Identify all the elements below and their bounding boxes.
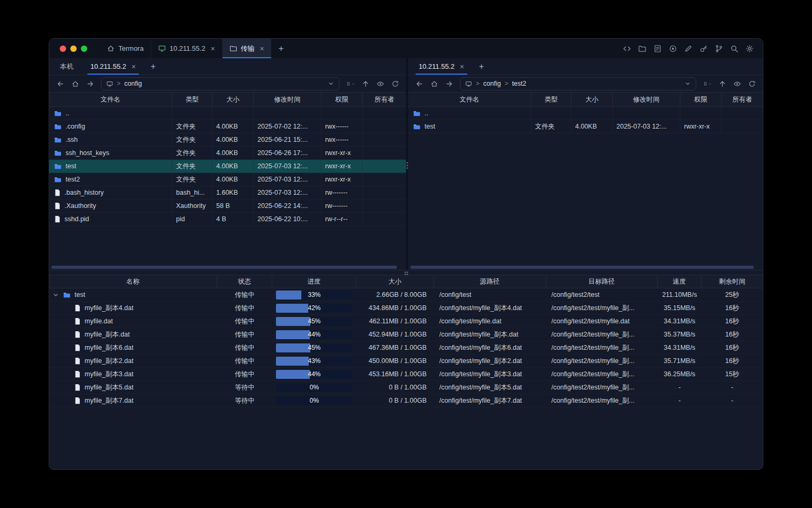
forward-icon[interactable] — [442, 77, 456, 90]
tab-host-10-211-55-2[interactable]: 10.211.55.2 × — [151, 39, 222, 58]
transfer-row[interactable]: myfile_副本7.dat等待中0%0 B / 1.00GB/config/t… — [49, 394, 763, 407]
transfer-splitter[interactable] — [49, 270, 763, 275]
back-icon[interactable] — [412, 77, 426, 90]
close-tab-icon[interactable]: × — [132, 63, 136, 70]
file-row[interactable]: .. — [408, 107, 763, 120]
breadcrumb[interactable]: > config > test2 — [460, 77, 696, 90]
scrollbar-thumb[interactable] — [51, 266, 397, 269]
upload-icon[interactable] — [715, 77, 729, 90]
transfer-name: myfile_副本.dat — [85, 330, 130, 339]
column-header-name[interactable]: 名称 — [49, 275, 217, 288]
breadcrumb-segment[interactable]: test2 — [512, 80, 526, 87]
transfer-row[interactable]: myfile_副本2.dat传输中43%450.00MB / 1.00GB/co… — [49, 355, 763, 368]
close-tab-icon[interactable]: × — [210, 45, 215, 52]
transfer-row[interactable]: test传输中33%2.66GB / 8.00GB/config/test/co… — [49, 288, 763, 302]
file-row[interactable]: .config文件夹4.00KB2025-07-02 12:...rwx----… — [49, 120, 406, 133]
transfer-row[interactable]: myfile_副本.dat传输中44%452.94MB / 1.00GB/con… — [49, 328, 763, 341]
tab-transfer[interactable]: 传输 × — [222, 39, 271, 58]
file-row[interactable]: .XauthorityXauthority58 B2025-06-22 14:.… — [49, 199, 406, 213]
transfer-row[interactable]: myfile_副本5.dat等待中0%0 B / 1.00GB/config/t… — [49, 381, 763, 394]
tab-local[interactable]: 本机 — [51, 58, 82, 75]
home-icon[interactable] — [68, 77, 82, 90]
file-owner — [363, 186, 406, 199]
transfer-row[interactable]: myfile.dat传输中45%462.11MB / 1.00GB/config… — [49, 315, 763, 328]
column-header-owner[interactable]: 所有者 — [722, 93, 763, 106]
new-tab-button[interactable]: + — [271, 39, 291, 58]
column-header-size[interactable]: 大小 — [356, 275, 434, 288]
zoom-window-button[interactable] — [81, 46, 87, 52]
home-icon[interactable] — [427, 77, 441, 90]
chevron-down-icon[interactable] — [685, 80, 691, 87]
breadcrumb-segment[interactable]: config — [483, 80, 501, 87]
close-tab-icon[interactable]: × — [460, 63, 464, 70]
column-header-modified[interactable]: 修改时间 — [613, 93, 680, 106]
branch-icon[interactable] — [714, 44, 724, 53]
file-row[interactable]: .ssh文件夹4.00KB2025-06-21 15:...rwx------ — [49, 133, 406, 147]
show-hidden-eye-icon[interactable] — [730, 77, 744, 90]
tab-termora-home[interactable]: Termora — [100, 39, 151, 58]
tab-remote-right[interactable]: 10.211.55.2 × — [410, 58, 473, 75]
breadcrumb[interactable]: > config — [101, 77, 339, 90]
minimize-window-button[interactable] — [70, 46, 77, 52]
progress-bar: 0% — [276, 383, 353, 392]
search-icon[interactable] — [730, 44, 739, 53]
file-row[interactable]: ssh_host_keys文件夹4.00KB2025-06-26 17:...r… — [49, 147, 406, 160]
refresh-icon[interactable] — [745, 77, 759, 90]
folder-icon[interactable] — [638, 44, 647, 53]
column-header-speed[interactable]: 速度 — [658, 275, 702, 288]
file-row[interactable]: test2文件夹4.00KB2025-07-03 12:...rwxr-xr-x — [49, 173, 406, 186]
close-window-button[interactable] — [60, 46, 66, 52]
transfer-name: test — [75, 291, 85, 298]
expand-chevron-icon[interactable] — [53, 292, 59, 298]
column-header-source-path[interactable]: 源路径 — [434, 275, 546, 288]
column-header-permissions[interactable]: 权限 — [321, 93, 363, 106]
transfer-target-path: /config/test2/test/myfile_副... — [546, 302, 658, 314]
column-header-size[interactable]: 大小 — [213, 93, 254, 106]
scrollbar-thumb[interactable] — [410, 266, 754, 269]
panel-divider[interactable] — [406, 58, 408, 270]
log-icon[interactable] — [653, 44, 662, 53]
refresh-icon[interactable] — [388, 77, 402, 90]
tab-label: 传输 — [241, 44, 255, 53]
column-header-filename[interactable]: 文件名 — [49, 93, 172, 106]
column-header-target-path[interactable]: 目标路径 — [546, 275, 658, 288]
close-tab-icon[interactable]: × — [260, 45, 264, 52]
file-row[interactable]: test文件夹4.00KB2025-07-03 12:...rwxr-xr-x — [49, 160, 406, 173]
key-icon[interactable] — [699, 44, 708, 53]
column-header-filename[interactable]: 文件名 — [408, 93, 531, 106]
column-header-status[interactable]: 状态 — [217, 275, 272, 288]
settings-icon[interactable] — [745, 44, 754, 53]
bookmark-button[interactable] — [344, 77, 357, 90]
column-header-size[interactable]: 大小 — [571, 93, 613, 106]
file-row[interactable]: .. — [49, 107, 406, 120]
column-header-type[interactable]: 类型 — [172, 93, 213, 106]
column-header-modified[interactable]: 修改时间 — [254, 93, 321, 106]
forward-icon[interactable] — [83, 77, 97, 90]
record-icon[interactable] — [668, 44, 678, 53]
breadcrumb-segment[interactable]: config — [124, 80, 142, 87]
back-icon[interactable] — [53, 77, 67, 90]
transfer-row[interactable]: myfile_副本4.dat传输中42%434.86MB / 1.00GB/co… — [49, 302, 763, 315]
file-row[interactable]: .bash_historybash_hi...1.60KB2025-07-03 … — [49, 186, 406, 199]
transfer-speed: 34.31MB/s — [658, 341, 702, 354]
new-sftp-tab-button[interactable]: + — [473, 58, 490, 75]
column-header-progress[interactable]: 进度 — [272, 275, 356, 288]
chevron-down-icon[interactable] — [328, 80, 334, 87]
file-permissions: rw------- — [321, 186, 363, 199]
column-header-permissions[interactable]: 权限 — [680, 93, 722, 106]
file-row[interactable]: sshd.pidpid4 B2025-06-22 10:...rw-r--r-- — [49, 213, 406, 226]
column-header-owner[interactable]: 所有者 — [363, 93, 406, 106]
bookmark-button[interactable] — [700, 77, 714, 90]
edit-icon[interactable] — [684, 44, 693, 53]
new-sftp-tab-button[interactable]: + — [144, 58, 162, 75]
code-icon[interactable] — [622, 44, 632, 53]
column-header-eta[interactable]: 剩余时间 — [702, 275, 763, 288]
transfer-row[interactable]: myfile_副本6.dat传输中45%467.36MB / 1.00GB/co… — [49, 341, 763, 355]
tab-remote-left[interactable]: 10.211.55.2 × — [82, 58, 144, 75]
upload-icon[interactable] — [358, 77, 372, 90]
file-row[interactable]: test文件夹4.00KB2025-07-03 12:...rwxr-xr-x — [408, 120, 763, 133]
transfer-row[interactable]: myfile_副本3.dat传输中44%453.16MB / 1.00GB/co… — [49, 368, 763, 381]
show-hidden-eye-icon[interactable] — [373, 77, 387, 90]
column-header-type[interactable]: 类型 — [531, 93, 571, 106]
transfer-speed: 35.37MB/s — [658, 328, 702, 341]
